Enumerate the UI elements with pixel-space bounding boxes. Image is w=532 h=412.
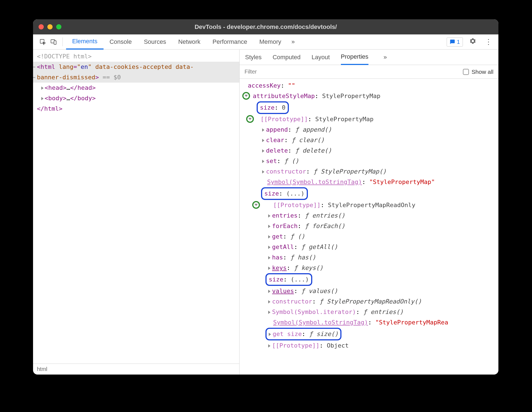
sidetab-computed[interactable]: Computed — [273, 50, 301, 65]
property-row[interactable]: Symbol(Symbol.iterator): ƒ entries() — [242, 307, 498, 317]
filter-row: Show all — [240, 65, 498, 79]
property-row[interactable]: accessKey: "" — [242, 80, 498, 91]
sidetab-layout[interactable]: Layout — [311, 50, 330, 65]
property-row[interactable]: size: (...) — [242, 273, 498, 286]
main-toolbar: ElementsConsoleSourcesNetworkPerformance… — [33, 34, 498, 50]
property-row[interactable]: get: ƒ () — [242, 231, 498, 242]
property-row[interactable]: forEach: ƒ forEach() — [242, 221, 498, 231]
property-row[interactable]: values: ƒ values() — [242, 286, 498, 296]
dom-html-element[interactable]: <html lang="en" data-cookies-accepted da… — [33, 62, 239, 72]
devtools-window: DevTools - developer.chrome.com/docs/dev… — [33, 19, 498, 375]
panel-tabs: ElementsConsoleSourcesNetworkPerformance… — [66, 34, 287, 50]
property-row[interactable]: set: ƒ () — [242, 156, 498, 166]
sidetab-styles[interactable]: Styles — [245, 50, 262, 65]
properties-list[interactable]: accessKey: ""attributeStyleMap: StylePro… — [240, 79, 498, 375]
highlight-annotation: size: (...) — [261, 187, 308, 200]
tab-elements[interactable]: Elements — [66, 34, 104, 50]
highlight-annotation: size: (...) — [265, 273, 312, 286]
property-row[interactable]: keys: ƒ keys() — [242, 263, 498, 273]
dom-head[interactable]: <head>…</head> — [33, 83, 239, 93]
content-area: <!DOCTYPE html> <html lang="en" data-coo… — [33, 50, 498, 375]
tab-memory[interactable]: Memory — [253, 34, 287, 50]
property-row[interactable]: delete: ƒ delete() — [242, 145, 498, 156]
breadcrumb[interactable]: html — [33, 364, 239, 375]
property-row[interactable]: size: 0 — [242, 101, 498, 114]
dom-html-element-cont[interactable]: banner-dismissed> == $0 — [33, 72, 239, 83]
highlight-annotation: get size: ƒ size() — [265, 328, 341, 340]
dom-doctype[interactable]: <!DOCTYPE html> — [33, 51, 239, 62]
property-row[interactable]: constructor: ƒ StylePropertyMapReadOnly(… — [242, 296, 498, 307]
more-tabs-chevron-icon[interactable]: » — [287, 38, 299, 45]
divider — [63, 37, 63, 46]
property-row[interactable]: has: ƒ has() — [242, 252, 498, 263]
traffic-lights — [39, 24, 61, 29]
tab-network[interactable]: Network — [172, 34, 207, 50]
more-sidetabs-chevron-icon[interactable]: » — [379, 54, 391, 61]
issues-count: 1 — [457, 39, 460, 45]
tab-performance[interactable]: Performance — [207, 34, 253, 50]
property-row[interactable]: constructor: ƒ StylePropertyMap() — [242, 166, 498, 177]
tab-console[interactable]: Console — [104, 34, 138, 50]
property-row[interactable]: attributeStyleMap: StylePropertyMap — [242, 91, 498, 101]
dom-tree[interactable]: <!DOCTYPE html> <html lang="en" data-coo… — [33, 50, 239, 364]
titlebar: DevTools - developer.chrome.com/docs/dev… — [33, 19, 498, 34]
expand-annotation-icon — [242, 92, 250, 100]
more-menu-icon[interactable]: ⋮ — [483, 38, 494, 46]
property-row[interactable]: get size: ƒ size() — [242, 328, 498, 340]
property-row[interactable]: getAll: ƒ getAll() — [242, 242, 498, 252]
dom-body[interactable]: <body>…</body> — [33, 93, 239, 104]
close-window-button[interactable] — [39, 24, 44, 29]
expand-annotation-icon — [246, 115, 254, 123]
sidetab-properties[interactable]: Properties — [341, 50, 368, 65]
property-row[interactable]: [[Prototype]]: Object — [242, 340, 498, 351]
property-row[interactable]: Symbol(Symbol.toStringTag): "StyleProper… — [242, 177, 498, 187]
elements-panel: <!DOCTYPE html> <html lang="en" data-coo… — [33, 50, 240, 375]
show-all-label: Show all — [472, 69, 493, 75]
sidebar-tabs: StylesComputedLayoutProperties» — [240, 50, 498, 65]
property-row[interactable]: clear: ƒ clear() — [242, 135, 498, 145]
show-all-checkbox[interactable] — [463, 69, 469, 75]
minimize-window-button[interactable] — [47, 24, 53, 29]
dom-html-close[interactable]: </html> — [33, 104, 239, 114]
expand-annotation-icon — [252, 201, 260, 209]
property-row[interactable]: size: (...) — [242, 187, 498, 200]
tab-sources[interactable]: Sources — [138, 34, 172, 50]
svg-rect-2 — [54, 41, 56, 44]
inspect-element-icon[interactable] — [37, 36, 48, 47]
property-row[interactable]: Symbol(Symbol.toStringTag): "StyleProper… — [242, 317, 498, 328]
show-all-toggle[interactable]: Show all — [463, 69, 493, 75]
property-row[interactable]: [[Prototype]]: StylePropertyMapReadOnly — [242, 200, 498, 210]
filter-input[interactable] — [245, 69, 314, 75]
property-row[interactable]: [[Prototype]]: StylePropertyMap — [242, 114, 498, 124]
maximize-window-button[interactable] — [56, 24, 61, 29]
property-row[interactable]: entries: ƒ entries() — [242, 210, 498, 221]
highlight-annotation: size: 0 — [257, 101, 289, 114]
settings-gear-icon[interactable] — [467, 37, 479, 47]
sidebar-panel: StylesComputedLayoutProperties» Show all… — [240, 50, 498, 375]
window-title: DevTools - developer.chrome.com/docs/dev… — [195, 23, 337, 31]
property-row[interactable]: append: ƒ append() — [242, 124, 498, 135]
device-toolbar-icon[interactable] — [48, 36, 59, 47]
issues-badge[interactable]: 1 — [447, 37, 463, 47]
